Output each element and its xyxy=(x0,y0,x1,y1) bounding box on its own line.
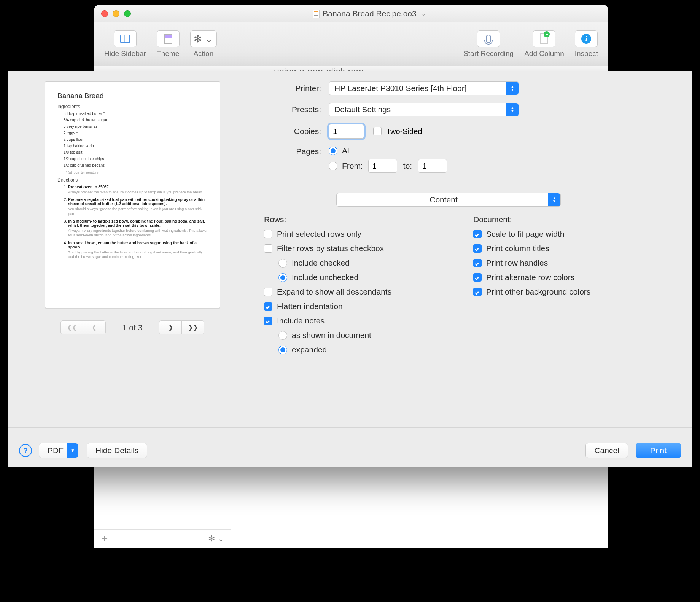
print-button[interactable]: Print xyxy=(636,443,681,458)
pager-label: 1 of 3 xyxy=(123,323,143,332)
printer-value: HP LaserJet P3010 Series [4th Floor] xyxy=(334,84,466,93)
preview-column: Banana Bread Ingredients 8 Tbsp unsalted… xyxy=(21,81,244,427)
preview-direction: Preheat oven to 350°F.Always preheat the… xyxy=(68,185,207,194)
minimize-icon[interactable] xyxy=(113,10,119,17)
content-section-dropdown[interactable]: Content ▲▼ xyxy=(336,193,561,207)
scale-fit-checkbox[interactable] xyxy=(473,230,482,238)
dialog-footer: ? PDF ▼ Hide Details Cancel Print xyxy=(8,435,692,467)
as-shown-radio[interactable] xyxy=(278,331,287,340)
presets-dropdown[interactable]: Default Settings ▲▼ xyxy=(329,103,519,116)
print-dialog: Banana Bread Ingredients 8 Tbsp unsalted… xyxy=(8,71,692,467)
scale-fit-label: Scale to fit page width xyxy=(486,229,564,239)
document-heading: Document: xyxy=(473,215,590,224)
add-item-button[interactable]: + xyxy=(101,533,108,545)
expanded-radio[interactable] xyxy=(278,346,287,354)
expanded-label: expanded xyxy=(292,345,327,354)
add-column-button[interactable]: Add Column xyxy=(519,30,570,58)
printer-dropdown[interactable]: HP LaserJet P3010 Series [4th Floor] ▲▼ xyxy=(329,81,519,95)
theme-icon xyxy=(164,34,172,44)
as-shown-label: as shown in document xyxy=(292,331,371,340)
alt-colors-checkbox[interactable] xyxy=(473,273,482,282)
bg-colors-label: Print other background colors xyxy=(486,287,590,296)
microphone-icon xyxy=(486,35,491,43)
pages-all-radio[interactable] xyxy=(329,147,337,155)
preview-ingredient: 1/2 cup chocolate chips xyxy=(64,157,207,161)
preview-ingredient: 1/2 cup crushed pecans xyxy=(64,163,207,167)
alt-colors-label: Print alternate row colors xyxy=(486,273,574,282)
chevron-down-icon: ▼ xyxy=(67,443,78,458)
pages-from-label: From: xyxy=(342,161,363,170)
dropdown-arrows-icon: ▲▼ xyxy=(506,82,519,95)
preview-direction: In a medium- to large-sized bowl, combin… xyxy=(68,219,207,238)
add-column-label: Add Column xyxy=(524,49,564,58)
pager: ❮❮ ❮ 1 of 3 ❯ ❯❯ xyxy=(60,320,205,334)
filter-rows-label: Filter rows by status checkbox xyxy=(277,244,384,253)
close-icon[interactable] xyxy=(101,10,108,17)
preview-ingredient: 8 Tbsp unsalted butter * xyxy=(64,111,207,116)
sidebar-settings-button[interactable]: ✻ ⌄ xyxy=(208,534,224,544)
preview-ingredient: 1 tsp baking soda xyxy=(64,144,207,148)
prev-page-button[interactable]: ❮ xyxy=(83,320,106,334)
pdf-label: PDF xyxy=(48,446,64,455)
preview-ingredients-heading: Ingredients xyxy=(57,104,207,109)
action-label: Action xyxy=(193,49,213,58)
inspect-button[interactable]: iInspect xyxy=(570,30,603,58)
first-page-button[interactable]: ❮❮ xyxy=(60,320,83,334)
expand-descendants-checkbox[interactable] xyxy=(264,288,272,296)
pages-to-label: to: xyxy=(403,161,412,170)
print-settings: Printer: HP LaserJet P3010 Series [4th F… xyxy=(248,81,679,427)
pages-from-input[interactable] xyxy=(368,159,397,173)
content-section-value: Content xyxy=(430,195,458,204)
preview-ingredient: 2 eggs * xyxy=(64,131,207,135)
include-checked-label: Include checked xyxy=(292,258,350,268)
hide-details-button[interactable]: Hide Details xyxy=(87,443,147,458)
flatten-indentation-checkbox[interactable] xyxy=(264,302,272,311)
theme-label: Theme xyxy=(157,49,179,58)
include-notes-label: Include notes xyxy=(277,316,325,325)
include-checked-radio[interactable] xyxy=(278,259,287,268)
dropdown-arrows-icon: ▲▼ xyxy=(548,193,560,206)
preview-ingredient: 2 cups flour xyxy=(64,137,207,142)
next-page-button[interactable]: ❯ xyxy=(159,320,182,334)
hide-sidebar-button[interactable]: Hide Sidebar xyxy=(99,30,151,58)
chevron-down-icon[interactable]: ⌄ xyxy=(421,10,426,17)
copies-label: Copies: xyxy=(264,127,329,136)
two-sided-checkbox[interactable] xyxy=(373,127,382,135)
rows-heading: Rows: xyxy=(264,215,435,224)
help-button[interactable]: ? xyxy=(19,444,32,457)
inspect-label: Inspect xyxy=(575,49,598,58)
include-unchecked-radio[interactable] xyxy=(278,273,287,282)
row-handles-checkbox[interactable] xyxy=(473,259,482,267)
two-sided-label: Two-Sided xyxy=(386,127,422,136)
printer-label: Printer: xyxy=(264,84,329,93)
document-icon xyxy=(313,10,320,18)
preview-directions-heading: Directions xyxy=(57,177,207,183)
include-notes-checkbox[interactable] xyxy=(264,317,272,325)
cancel-button[interactable]: Cancel xyxy=(585,443,628,458)
add-column-icon xyxy=(540,33,548,44)
column-titles-checkbox[interactable] xyxy=(473,244,482,253)
filter-rows-checkbox[interactable] xyxy=(264,244,272,253)
zoom-icon[interactable] xyxy=(124,10,131,17)
preview-ingredient: 1/8 tsp salt xyxy=(64,150,207,154)
theme-button[interactable]: Theme xyxy=(151,30,185,58)
dropdown-arrows-icon: ▲▼ xyxy=(506,103,519,116)
page-preview: Banana Bread Ingredients 8 Tbsp unsalted… xyxy=(45,81,220,308)
presets-label: Presets: xyxy=(264,105,329,114)
expand-descendants-label: Expand to show all descendants xyxy=(277,287,391,296)
preview-ingredient: 3 very ripe bananas xyxy=(64,124,207,129)
preview-direction: In a small bowl, cream the butter and br… xyxy=(68,241,207,260)
column-titles-label: Print column titles xyxy=(486,244,549,253)
action-button[interactable]: ✻ ⌄Action xyxy=(185,30,222,58)
flatten-indentation-label: Flatten indentation xyxy=(277,302,343,311)
start-recording-label: Start Recording xyxy=(463,49,514,58)
copies-input[interactable] xyxy=(329,124,364,139)
print-selected-rows-checkbox[interactable] xyxy=(264,230,272,238)
bg-colors-checkbox[interactable] xyxy=(473,288,482,296)
start-recording-button[interactable]: Start Recording xyxy=(458,30,519,58)
pdf-menu-button[interactable]: PDF ▼ xyxy=(39,443,78,458)
preview-title: Banana Bread xyxy=(57,92,207,100)
pages-from-radio[interactable] xyxy=(329,162,337,170)
last-page-button[interactable]: ❯❯ xyxy=(181,320,204,334)
pages-to-input[interactable] xyxy=(418,159,447,173)
